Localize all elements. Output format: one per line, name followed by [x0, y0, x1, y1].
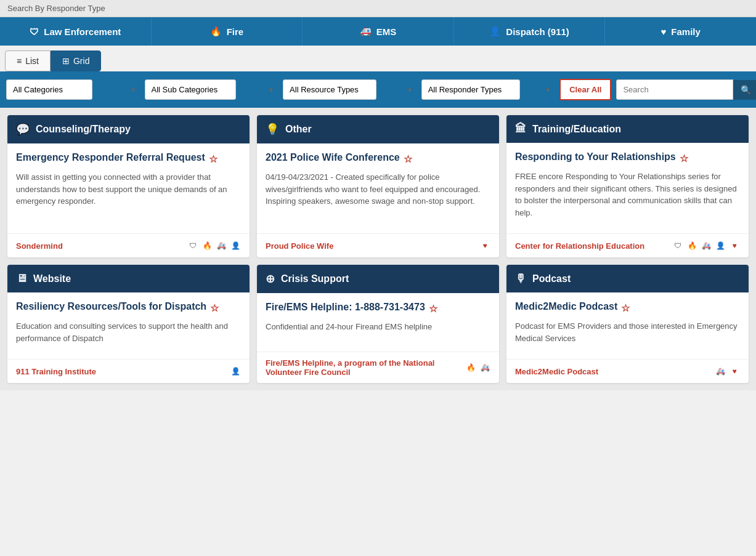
- resource-types-select-wrapper: All Resource Types Website Podcast Crisi…: [283, 79, 417, 100]
- tab-law-enforcement[interactable]: 🛡 Law Enforcement: [0, 17, 152, 46]
- ambulance-icon: 🚑: [360, 26, 372, 37]
- card-body-crisis: Fire/EMS Helpline: 1-888-731-3473 ☆ Conf…: [257, 293, 499, 345]
- fire-responder-icon: 🔥: [201, 240, 213, 251]
- search-by-label: Search By Responder Type: [0, 0, 756, 17]
- cards-grid: 💬 Counseling/Therapy Emergency Responder…: [0, 108, 756, 390]
- card-source-other[interactable]: Proud Police Wife: [266, 241, 333, 251]
- tab-ems[interactable]: 🚑 EMS: [303, 17, 454, 46]
- tab-dispatch[interactable]: 👤 Dispatch (911): [454, 17, 606, 46]
- card-icons-crisis: 🔥 🚑: [465, 362, 490, 373]
- shield-icon: 🛡: [30, 26, 39, 37]
- filter-bar: All Categories Counseling Training Suppo…: [0, 71, 756, 108]
- tab-family[interactable]: ♥ Family: [605, 17, 756, 46]
- card-desc-counseling: Will assist in getting you connected wit…: [16, 171, 241, 219]
- card-desc-training: FREE encore Responding to Your Relations…: [515, 171, 740, 219]
- ems-responder-icon: 🚑: [216, 240, 227, 251]
- card-counseling: 💬 Counseling/Therapy Emergency Responder…: [7, 115, 250, 257]
- shield-responder-icon-t: 🛡: [672, 240, 683, 251]
- list-view-button[interactable]: ≡ List: [5, 50, 51, 71]
- card-footer-other: Proud Police Wife ♥: [257, 233, 499, 257]
- crisis-header-icon: ⊕: [266, 272, 275, 286]
- card-source-crisis[interactable]: Fire/EMS Helpline, a program of the Nati…: [266, 358, 465, 377]
- list-icon: ≡: [17, 56, 22, 66]
- star-icon-training[interactable]: ☆: [680, 153, 688, 164]
- categories-select-wrapper: All Categories Counseling Training Suppo…: [6, 79, 140, 100]
- card-desc-podcast: Podcast for EMS Providers and those inte…: [515, 320, 740, 344]
- card-source-counseling[interactable]: Sondermind: [16, 241, 63, 251]
- view-toggle: ≡ List ⊞ Grid: [0, 46, 756, 71]
- person-responder-icon: 👤: [230, 240, 241, 251]
- ems-responder-icon-p: 🚑: [715, 366, 726, 377]
- clear-all-button[interactable]: Clear All: [559, 79, 611, 100]
- search-input[interactable]: [616, 79, 733, 100]
- card-footer-website: 911 Training Institute 👤: [7, 359, 250, 383]
- card-website: 🖥 Website Resiliency Resources/Tools for…: [7, 265, 250, 383]
- card-footer-podcast: Medic2Medic Podcast 🚑 ♥: [506, 359, 749, 383]
- card-body-other: 2021 Police Wife Conference ☆ 04/19-04/2…: [257, 143, 499, 227]
- other-header-icon: 💡: [266, 123, 279, 136]
- heart-responder-icon-other: ♥: [479, 240, 490, 251]
- subcategories-select-wrapper: All Sub Categories: [145, 79, 278, 100]
- card-body-podcast: Medic2Medic Podcast ☆ Podcast for EMS Pr…: [506, 292, 749, 353]
- responder-types-select[interactable]: All Responder Types Law Enforcement Fire…: [421, 79, 520, 100]
- categories-select[interactable]: All Categories Counseling Training Suppo…: [6, 79, 92, 100]
- website-header-icon: 🖥: [16, 272, 27, 285]
- card-header-podcast: 🎙 Podcast: [506, 265, 749, 292]
- grid-view-button[interactable]: ⊞ Grid: [51, 50, 101, 71]
- tab-fire[interactable]: 🔥 Fire: [152, 17, 303, 46]
- card-desc-website: Education and consulting services to sup…: [16, 320, 241, 344]
- card-title-other: 2021 Police Wife Conference ☆: [266, 152, 490, 165]
- subcategories-select[interactable]: All Sub Categories: [145, 79, 236, 100]
- podcast-header-icon: 🎙: [515, 272, 526, 285]
- card-icons-training: 🛡 🔥 🚑 👤 ♥: [672, 240, 740, 251]
- counseling-header-icon: 💬: [16, 123, 30, 136]
- star-icon-podcast[interactable]: ☆: [621, 302, 630, 314]
- card-body-training: Responding to Your Relationships ☆ FREE …: [506, 143, 749, 227]
- star-icon-other[interactable]: ☆: [404, 153, 412, 165]
- card-title-counseling: Emergency Responder Referral Request ☆: [16, 152, 241, 165]
- card-title-crisis: Fire/EMS Helpline: 1-888-731-3473 ☆: [266, 302, 490, 315]
- card-icons-website: 👤: [230, 366, 241, 377]
- card-title-website: Resiliency Resources/Tools for Dispatch …: [16, 301, 241, 314]
- ems-responder-icon-c: 🚑: [479, 362, 490, 373]
- card-desc-crisis: Confidential and 24-hour Fireand EMS hel…: [266, 321, 490, 337]
- star-icon-website[interactable]: ☆: [210, 302, 219, 314]
- resource-types-select[interactable]: All Resource Types Website Podcast Crisi…: [283, 79, 376, 100]
- person-responder-icon-w: 👤: [230, 366, 241, 377]
- search-icon: 🔍: [741, 85, 751, 95]
- card-crisis: ⊕ Crisis Support Fire/EMS Helpline: 1-88…: [257, 265, 499, 383]
- card-footer-training: Center for Relationship Education 🛡 🔥 🚑 …: [506, 233, 749, 257]
- star-icon-counseling[interactable]: ☆: [209, 153, 217, 165]
- card-icons-counseling: 🛡 🔥 🚑 👤: [187, 240, 241, 251]
- shield-responder-icon: 🛡: [187, 240, 198, 251]
- card-title-podcast: Medic2Medic Podcast ☆: [515, 301, 740, 314]
- training-header-icon: 🏛: [515, 123, 526, 135]
- card-icons-other: ♥: [479, 240, 490, 251]
- responder-tabs: 🛡 Law Enforcement 🔥 Fire 🚑 EMS 👤 Dispatc…: [0, 17, 756, 46]
- fire-responder-icon-c: 🔥: [465, 362, 476, 373]
- card-title-training: Responding to Your Relationships ☆: [515, 151, 740, 164]
- card-header-counseling: 💬 Counseling/Therapy: [7, 115, 250, 143]
- card-footer-crisis: Fire/EMS Helpline, a program of the Nati…: [257, 352, 499, 383]
- heart-responder-icon-p: ♥: [729, 366, 740, 377]
- card-header-other: 💡 Other: [257, 115, 499, 143]
- card-body-website: Resiliency Resources/Tools for Dispatch …: [7, 292, 250, 353]
- card-footer-counseling: Sondermind 🛡 🔥 🚑 👤: [7, 233, 250, 257]
- heart-responder-icon-t: ♥: [729, 240, 740, 251]
- card-icons-podcast: 🚑 ♥: [715, 366, 740, 377]
- heart-tab-icon: ♥: [660, 26, 666, 37]
- card-source-training[interactable]: Center for Relationship Education: [515, 241, 644, 251]
- star-icon-crisis[interactable]: ☆: [429, 303, 437, 315]
- card-desc-other: 04/19-04/23/2021 - Created specifically …: [266, 171, 490, 219]
- search-button[interactable]: 🔍: [733, 80, 756, 100]
- card-podcast: 🎙 Podcast Medic2Medic Podcast ☆ Podcast …: [506, 265, 749, 383]
- card-source-podcast[interactable]: Medic2Medic Podcast: [515, 367, 598, 376]
- card-header-training: 🏛 Training/Education: [506, 115, 749, 143]
- card-source-website[interactable]: 911 Training Institute: [16, 367, 96, 376]
- ems-responder-icon-t: 🚑: [701, 240, 712, 251]
- card-body-counseling: Emergency Responder Referral Request ☆ W…: [7, 143, 250, 227]
- grid-icon: ⊞: [62, 56, 70, 66]
- card-header-website: 🖥 Website: [7, 265, 250, 292]
- search-wrapper: 🔍: [616, 79, 750, 100]
- fire-icon: 🔥: [210, 26, 222, 37]
